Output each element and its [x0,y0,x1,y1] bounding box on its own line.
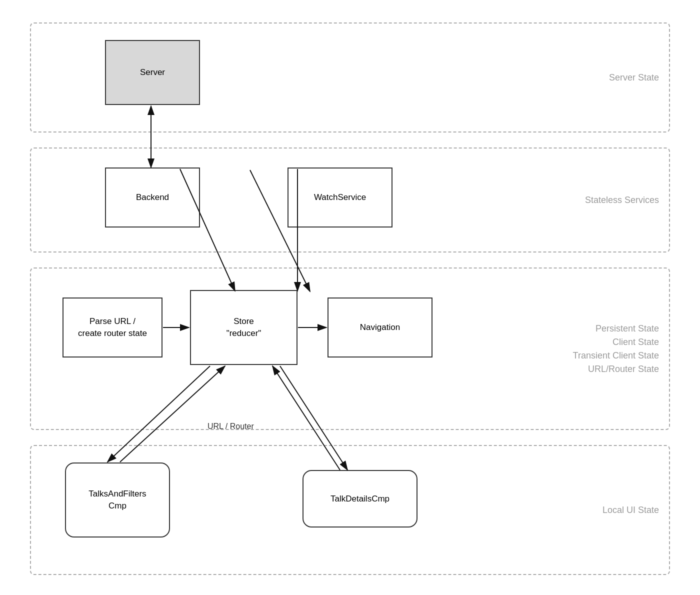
parse-url-label: Parse URL / create router state [78,316,147,340]
layer-persistent-state-label: Persistent State Client State Transient … [573,322,659,376]
server-box: Server [105,40,200,105]
talks-and-filters-label: TalksAndFilters Cmp [88,488,146,512]
layer-stateless-services-label: Stateless Services [585,194,659,207]
watchservice-box: WatchService [288,168,392,228]
talks-and-filters-box: TalksAndFilters Cmp [65,462,170,538]
navigation-box: Navigation [328,298,432,358]
server-label: Server [140,66,165,78]
layer-server-state-label: Server State [609,71,659,84]
backend-label: Backend [136,192,169,204]
parse-url-box: Parse URL / create router state [62,298,162,358]
talk-details-box: TalkDetailsCmp [302,470,418,528]
watchservice-label: WatchService [314,192,366,204]
store-label: Store "reducer" [226,316,262,340]
diagram-container: Server State Stateless Services Persiste… [0,0,700,595]
talk-details-label: TalkDetailsCmp [330,493,390,505]
layer-local-ui-state-label: Local UI State [602,504,659,517]
backend-box: Backend [105,168,200,228]
store-box: Store "reducer" [190,290,298,365]
navigation-label: Navigation [360,322,400,334]
